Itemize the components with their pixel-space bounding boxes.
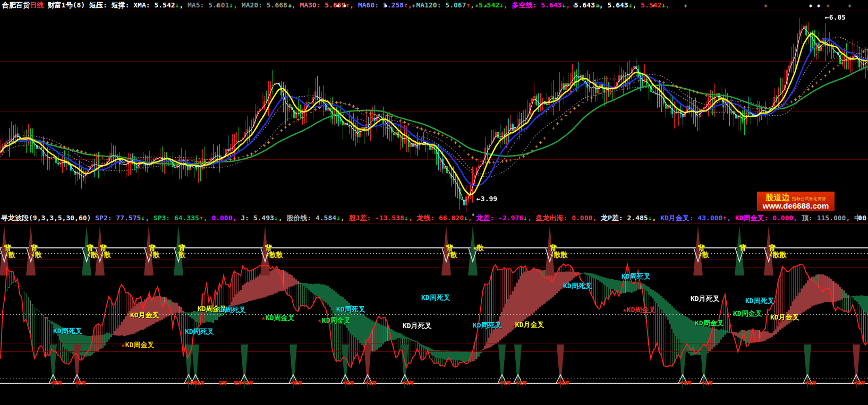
star-icon: ★ (804, 378, 809, 386)
absorb-chips-marker: ★吸筹 (853, 376, 865, 386)
star-icon: ★ (261, 314, 266, 322)
absorb-chips-marker: ★吸筹 (515, 376, 526, 386)
indicator-reading: MA20: 5.668 (242, 1, 287, 9)
indicator-reading: 龙线: 66.820 (416, 214, 464, 222)
absorb-chips-text: 吸筹 (503, 381, 510, 385)
absorb-chips-marker: ★吸筹 (192, 376, 204, 386)
kd-cross-label: KD月金叉 (770, 313, 799, 322)
absorb-chips-marker: ★吸筹 (290, 376, 302, 386)
watermark-url: www.de6688.com (757, 202, 835, 210)
absorb-chips-text: 吸筹 (857, 381, 865, 385)
indicator-reading: MA120: 5.067 (416, 1, 466, 9)
trend-down-arrow-icon: ↓ (274, 214, 278, 222)
separator: , (599, 1, 608, 9)
star-icon: ★ (623, 306, 627, 314)
kd-cross-label: KD周死叉 (185, 327, 214, 337)
absorb-chips-text: 吸筹 (219, 381, 226, 385)
signal-cross-icon: ✛ (827, 3, 830, 8)
trend-down-arrow-icon: ↓ (499, 1, 504, 9)
kd-cross-label: ★KD月金叉 (511, 320, 544, 330)
absorb-chips-text: 吸筹 (809, 381, 816, 385)
kd-cross-label: KD月死叉 (691, 294, 720, 304)
watermark-brand: 股道边 (765, 193, 789, 202)
separator: , (409, 214, 417, 222)
indicator-reading: 寻龙波段(9,3,3,5,30,60) (1, 214, 91, 222)
absorb-chips-text: 吸筹 (294, 381, 302, 385)
separator (107, 1, 112, 9)
trend-down-arrow-icon: ↓ (141, 214, 145, 222)
watermark: 股道边 指标公式量化资源 www.de6688.com (757, 192, 835, 211)
indicator-reading: 5.542 (479, 1, 499, 9)
trend-down-arrow-icon: ↓ (523, 214, 527, 222)
absorb-chips-marker: ★吸筹 (74, 376, 86, 386)
absorb-chips-text: 吸筹 (561, 381, 569, 385)
star-icon: ★ (679, 378, 684, 386)
star-icon: ★ (241, 378, 245, 386)
absorb-chips-text: 吸筹 (346, 381, 354, 385)
indicator-reading: 短撑: (112, 1, 130, 9)
kd-cross-label: KD周死叉 (563, 281, 592, 291)
separator: , (527, 214, 536, 222)
watermark-tagline: 指标公式量化资源 (792, 196, 826, 201)
price-chart-canvas[interactable] (0, 12, 868, 212)
absorb-chips-marker: ★吸筹 (701, 376, 712, 386)
absorb-chips-marker: ★吸筹 (557, 376, 569, 386)
separator: , (846, 214, 854, 222)
indicator-reading: 股价线: 4.584 (286, 214, 336, 222)
absorb-chips-text: 吸筹 (705, 381, 712, 385)
signal-cross-icon: ✛ (484, 3, 488, 8)
star-icon: ★ (499, 378, 503, 386)
trading-terminal-window: 合肥百货日线 财富1号(8) 短压: 短撑: XMA: 5.542↓, MA5:… (0, 0, 868, 405)
signal-cross-icon: ✛ (597, 3, 600, 8)
signal-cross-icon: ✛ (652, 3, 656, 8)
separator: , (727, 214, 735, 222)
signal-cross-icon: ✛ (71, 3, 74, 8)
signal-cross-icon: ✛ (289, 3, 292, 8)
absorb-chips-marker: ★吸筹 (50, 376, 62, 386)
kd-cross-label: KD月死叉 (403, 321, 432, 331)
indicator-reading: 龙P差: 2.485 (601, 214, 648, 222)
trend-down-arrow-icon: ↓ (661, 1, 666, 9)
signal-cross-icon: ✛ (848, 3, 852, 8)
separator: , (666, 1, 670, 9)
star-icon: ★ (50, 378, 54, 386)
separator (44, 1, 48, 9)
kd-cross-label: ★KD周金叉 (121, 340, 154, 350)
indicator-reading: 盘龙出海: 0.000 (536, 214, 593, 222)
indicator-reading: 5.643 (607, 1, 628, 9)
star-icon: ★ (121, 341, 125, 349)
trend-down-arrow-icon: ↓ (229, 1, 233, 9)
kd-cross-label: KD周死叉 (217, 305, 246, 315)
indicator-reading: XMA: 5.542 (133, 1, 175, 9)
signal-cross-icon: ✛ (684, 3, 687, 8)
absorb-chips-text: 吸筹 (684, 381, 691, 385)
signal-cross-icon: ✛ (95, 3, 98, 8)
star-icon: ★ (74, 378, 78, 386)
kd-cross-label: KD周死叉 (745, 296, 775, 306)
star-icon: ★ (853, 378, 857, 386)
star-icon: ★ (511, 321, 515, 329)
kd-cross-label: KD周死叉 (421, 293, 450, 303)
absorb-chips-marker: ★吸筹 (804, 376, 816, 386)
separator: , (233, 214, 241, 222)
panel-splitter-handle[interactable]: ▲ (472, 212, 474, 220)
kd-cross-label: KD周金叉 (695, 318, 724, 328)
signal-cross-icon: ✱ (817, 3, 820, 8)
indicator-reading: SP3: 64.335 (154, 214, 199, 222)
absorb-chips-marker: ★吸筹 (364, 376, 376, 386)
star-icon: ★ (515, 378, 519, 386)
absorb-chips-marker: ★吸筹 (679, 376, 691, 386)
kd-cross-label: KD周死叉 (336, 305, 365, 314)
separator: , (233, 1, 242, 9)
separator: , (278, 214, 287, 222)
absorb-chips-text: 吸筹 (519, 381, 526, 385)
kd-cross-label: KD周死叉 (622, 272, 651, 281)
trend-down-arrow-icon: ↓ (336, 214, 341, 222)
star-icon: ★ (402, 378, 406, 386)
star-icon: ★ (364, 378, 369, 386)
separator: , (592, 214, 601, 222)
absorb-chips-marker: ★吸筹 (499, 376, 510, 386)
kd-cross-label: KD周死叉 (53, 326, 82, 336)
separator: , (652, 214, 660, 222)
star-icon: ★ (290, 378, 294, 386)
